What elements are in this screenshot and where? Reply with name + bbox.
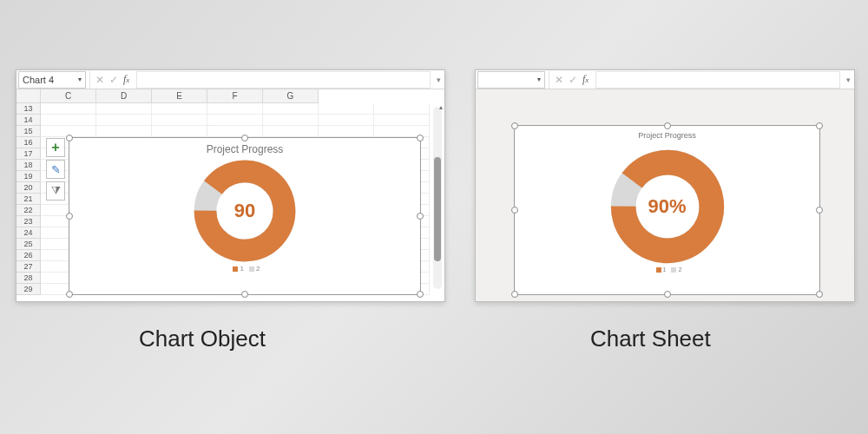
row-header[interactable]: 15 (16, 126, 41, 137)
row-header[interactable]: 25 (16, 239, 41, 250)
row-header[interactable]: 21 (16, 194, 41, 205)
row-header[interactable]: 28 (16, 273, 41, 284)
row-header[interactable]: 17 (16, 148, 41, 160)
row-header[interactable]: 22 (16, 205, 41, 216)
expand-formula-icon[interactable]: ▾ (432, 76, 444, 84)
formula-bar: ▾ ✕ ✓ fx ▾ (476, 70, 854, 89)
row-header[interactable]: 13 (16, 103, 41, 115)
chart-title[interactable]: Project Progress (515, 131, 819, 140)
cell[interactable] (152, 103, 207, 115)
chart-quick-tools: + ✎ ⧩ (46, 138, 65, 203)
chart-title[interactable]: Project Progress (69, 143, 420, 155)
chart-legend[interactable]: 1 2 (69, 265, 420, 273)
row-header[interactable]: 23 (16, 216, 41, 227)
embedded-chart[interactable]: Project Progress 90 1 2 (69, 137, 421, 295)
select-all-corner[interactable] (16, 89, 41, 103)
column-header[interactable]: D (96, 89, 152, 103)
resize-handle[interactable] (816, 122, 823, 129)
resize-handle[interactable] (66, 291, 73, 298)
row-header[interactable]: 20 (16, 182, 41, 194)
resize-handle[interactable] (66, 135, 73, 141)
cell[interactable] (374, 103, 430, 115)
cell[interactable] (96, 126, 152, 137)
resize-handle[interactable] (511, 122, 518, 129)
caption-right: Chart Sheet (590, 326, 711, 352)
cell[interactable] (41, 103, 96, 115)
fx-icon[interactable]: fx (123, 73, 129, 86)
cell[interactable] (319, 126, 374, 137)
cell[interactable] (374, 115, 430, 126)
legend-swatch-2 (671, 267, 676, 273)
cell[interactable] (263, 103, 319, 115)
fx-icon[interactable]: fx (582, 73, 589, 86)
resize-handle[interactable] (241, 291, 248, 298)
resize-handle[interactable] (664, 122, 671, 129)
scrollbar-thumb[interactable] (434, 157, 441, 261)
cancel-icon[interactable]: ✕ (95, 74, 104, 86)
row-header[interactable]: 18 (16, 160, 41, 171)
plus-icon: + (51, 140, 59, 155)
chartsheet-window: ▾ ✕ ✓ fx ▾ Project Progress (475, 69, 855, 302)
legend-label-2: 2 (256, 265, 260, 273)
cell[interactable] (41, 115, 96, 126)
donut-chart[interactable]: 90% (515, 148, 819, 265)
chart-legend[interactable]: 1 2 (515, 266, 819, 273)
cell[interactable] (152, 126, 207, 137)
legend-swatch-1 (233, 266, 238, 272)
formula-input[interactable] (136, 71, 431, 89)
row-header[interactable]: 24 (16, 227, 41, 239)
name-box[interactable]: Chart 4 ▾ (18, 71, 86, 89)
caption-left: Chart Object (139, 326, 266, 352)
cell[interactable] (207, 103, 263, 115)
separator (549, 71, 549, 89)
name-box-value: Chart 4 (23, 75, 54, 85)
cell[interactable] (319, 115, 374, 126)
chevron-down-icon[interactable]: ▾ (537, 76, 541, 83)
chart-center-label: 90 (234, 200, 255, 222)
row-header[interactable]: 19 (16, 171, 41, 182)
legend-swatch-1 (656, 267, 661, 273)
chevron-down-icon[interactable]: ▾ (78, 76, 82, 83)
formula-bar: Chart 4 ▾ ✕ ✓ fx ▾ (16, 70, 444, 89)
row-header[interactable]: 26 (16, 250, 41, 261)
cell[interactable] (263, 115, 319, 126)
row-header[interactable]: 29 (16, 284, 41, 295)
column-header[interactable]: F (207, 89, 263, 103)
cell[interactable] (96, 103, 152, 115)
chart-styles-button[interactable]: ✎ (46, 160, 65, 179)
worksheet-grid[interactable]: CDEFG 1314151617181920212223242526272829… (16, 89, 444, 301)
resize-handle[interactable] (664, 291, 671, 298)
expand-formula-icon[interactable]: ▾ (842, 76, 854, 84)
row-header[interactable]: 27 (16, 261, 41, 273)
column-header[interactable]: C (41, 89, 96, 103)
chart-sheet-chart[interactable]: Project Progress 90% 1 2 (514, 125, 820, 295)
resize-handle[interactable] (511, 291, 518, 298)
column-headers: CDEFG (41, 89, 444, 103)
vertical-scrollbar[interactable]: ▴ (433, 107, 442, 289)
resize-handle[interactable] (417, 291, 424, 298)
chart-filters-button[interactable]: ⧩ (46, 181, 65, 201)
donut-chart[interactable]: 90 (69, 159, 420, 263)
scroll-up-icon[interactable]: ▴ (439, 103, 443, 111)
cell[interactable] (319, 103, 374, 115)
cell[interactable] (96, 115, 152, 126)
cell[interactable] (207, 126, 263, 137)
cell[interactable] (207, 115, 263, 126)
accept-icon[interactable]: ✓ (109, 74, 118, 86)
chart-elements-button[interactable]: + (46, 138, 65, 157)
row-header[interactable]: 14 (16, 115, 41, 126)
resize-handle[interactable] (241, 135, 248, 141)
row-header[interactable]: 16 (16, 137, 41, 148)
column-header[interactable]: G (263, 89, 319, 103)
cancel-icon[interactable]: ✕ (555, 74, 563, 86)
resize-handle[interactable] (816, 291, 823, 298)
accept-icon[interactable]: ✓ (569, 74, 577, 86)
name-box[interactable]: ▾ (477, 71, 545, 89)
resize-handle[interactable] (417, 135, 424, 141)
formula-input[interactable] (595, 71, 840, 89)
cell[interactable] (263, 126, 319, 137)
legend-label-1: 1 (240, 265, 243, 273)
cell[interactable] (152, 115, 207, 126)
chart-center-label: 90% (648, 195, 686, 218)
column-header[interactable]: E (152, 89, 207, 103)
